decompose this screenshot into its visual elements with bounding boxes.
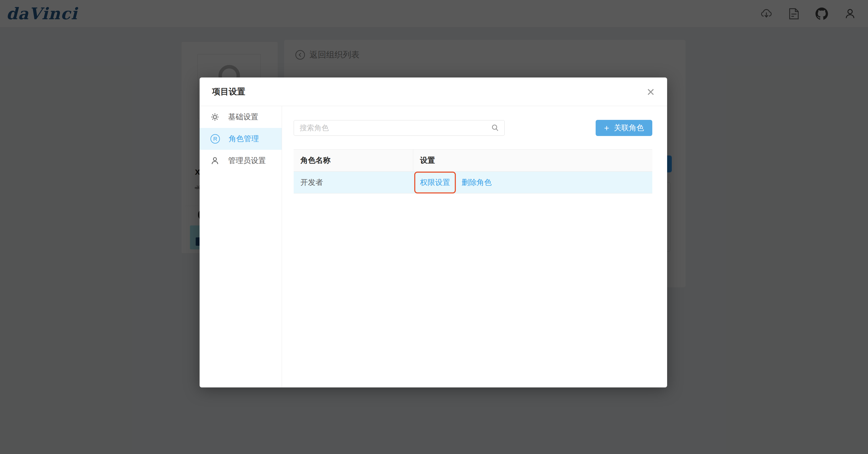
user-icon (211, 156, 219, 165)
modal-header: 项目设置 × (199, 78, 667, 106)
table-header-row: 角色名称 设置 (294, 149, 652, 172)
permission-settings-link[interactable]: 权限设置 (420, 177, 450, 188)
delete-role-link[interactable]: 删除角色 (462, 177, 492, 188)
menu-item-label: 管理员设置 (228, 155, 266, 166)
close-icon[interactable]: × (647, 85, 655, 98)
plus-icon: + (604, 123, 609, 132)
registered-icon: R (211, 134, 220, 144)
role-management-panel: + 关联角色 角色名称 设置 开发者 权限设置 删除角色 (282, 106, 667, 388)
modal-title: 项目设置 (212, 86, 245, 97)
role-name-cell: 开发者 (294, 177, 413, 188)
settings-menu: 基础设置 R 角色管理 管理员设置 (199, 106, 282, 388)
project-settings-modal: 项目设置 × 基础设置 R 角色管理 管理员设置 (199, 78, 667, 388)
column-header-settings: 设置 (413, 150, 652, 171)
column-header-role-name: 角色名称 (294, 150, 413, 171)
menu-item-role-management[interactable]: R 角色管理 (199, 128, 282, 150)
search-role-box (294, 120, 505, 136)
menu-item-basic-settings[interactable]: 基础设置 (199, 106, 282, 128)
menu-item-admin-settings[interactable]: 管理员设置 (199, 150, 282, 172)
gear-icon (211, 113, 219, 121)
search-icon[interactable] (491, 124, 499, 132)
search-role-input[interactable] (299, 123, 491, 132)
menu-item-label: 角色管理 (229, 134, 259, 144)
table-row: 开发者 权限设置 删除角色 (294, 172, 652, 193)
roles-table: 角色名称 设置 开发者 权限设置 删除角色 (294, 149, 652, 193)
role-actions-cell: 权限设置 删除角色 (413, 172, 652, 193)
associate-role-label: 关联角色 (614, 123, 644, 133)
annotation-highlight-box: 权限设置 (414, 172, 456, 193)
menu-item-label: 基础设置 (228, 112, 258, 122)
associate-role-button[interactable]: + 关联角色 (596, 120, 652, 136)
